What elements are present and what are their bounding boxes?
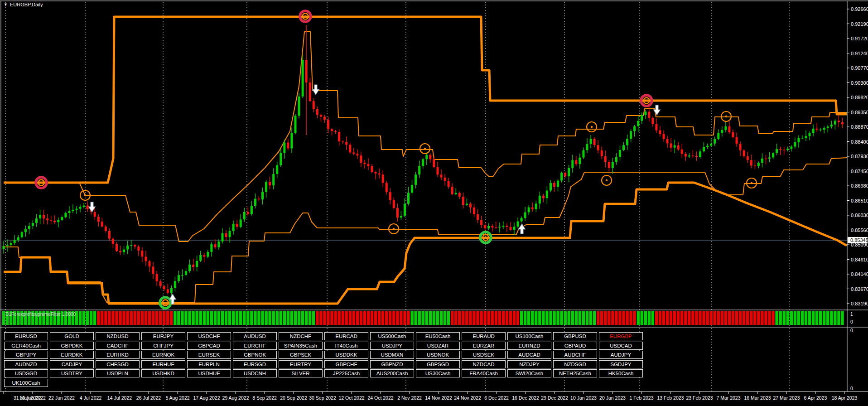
symbol-button-EU50Cash[interactable]: EU50Cash [416,332,460,340]
symbol-button-GBPSGD[interactable]: GBPSGD [416,360,460,368]
symbol-button-SPAIN35Cash[interactable]: SPAIN35Cash [279,342,323,350]
symbol-button-AUDNZD[interactable]: AUDNZD [4,360,48,368]
symbol-button-USDNOK[interactable]: USDNOK [416,351,460,359]
symbol-button-SGDJPY[interactable]: SGDJPY [599,360,643,368]
thin-upper-band [79,32,847,242]
symbol-button-US100Cash[interactable]: US100Cash [507,332,551,340]
symbol-button-AUDUSD[interactable]: AUDUSD [233,332,277,340]
symbol-button-AUDCAD[interactable]: AUDCAD [507,351,551,359]
symbol-button-USDDKK[interactable]: USDDKK [324,351,368,359]
price-axis-label: 0.86030 [851,213,868,218]
symbol-button-USDPLN[interactable]: USDPLN [96,369,140,377]
symbol-button-AUDJPY[interactable]: AUDJPY [599,351,643,359]
symbol-button-GOLD[interactable]: GOLD [50,332,94,340]
histogram-scale-bottom: 0 [850,319,853,324]
symbol-button-USDHKD[interactable]: USDHKD [141,369,185,377]
symbol-button-USDTRY[interactable]: USDTRY [50,369,94,377]
symbol-button-NZDSGD[interactable]: NZDSGD [553,360,597,368]
symbol-button-US500Cash[interactable]: US500Cash [370,332,414,340]
price-axis-label: 0.91240 [851,51,868,56]
symbol-button-USDHUF[interactable]: USDHUF [187,369,231,377]
symbol-button-JP225Cash[interactable]: JP225Cash [324,369,368,377]
price-axis-label: 0.89350 [851,110,868,115]
price-axis-label: 0.84140 [851,271,868,277]
time-axis-label: 13 Feb 2023 [657,395,684,401]
symbol-button-USDSGD[interactable]: USDSGD [4,369,48,377]
orange-circle-dot [606,179,608,181]
symbol-button-NZDJPY[interactable]: NZDJPY [507,360,551,368]
subwindow2-scale-top: 0 [850,328,853,333]
symbol-button-HK50Cash[interactable]: HK50Cash [599,369,643,377]
symbol-button-EURAUD[interactable]: EURAUD [462,332,506,340]
symbol-button-GBPUSD[interactable]: GBPUSD [553,332,597,340]
time-axis-label: 14 Jul 2022 [107,395,132,401]
symbol-button-USDCHF[interactable]: USDCHF [187,332,231,340]
symbol-button-EURDKK[interactable]: EURDKK [50,351,94,359]
price-axis-label: 0.85560 [851,227,868,233]
symbol-button-AUDCHF[interactable]: AUDCHF [553,351,597,359]
symbol-button-GBPCAD[interactable]: GBPCAD [187,342,231,350]
symbol-button-IT40Cash[interactable]: IT40Cash [324,342,368,350]
symbol-button-EURHKD[interactable]: EURHKD [96,351,140,359]
histogram-scale-top: 1 [850,311,853,317]
symbol-button-GBPJPY[interactable]: GBPJPY [4,351,48,359]
symbol-button-NETH25Cash[interactable]: NETH25Cash [553,369,597,377]
symbol-button-USDMXN[interactable]: USDMXN [370,351,414,359]
symbol-button-GBPSEK[interactable]: GBPSEK [279,351,323,359]
symbol-button-USDSEK[interactable]: USDSEK [462,351,506,359]
time-axis-label: 5 Aug 2022 [165,395,189,401]
chart-title-label: EURGBP,Daily [10,2,43,7]
time-axis-label: 24 Nov 2022 [454,395,481,401]
indicator-label: D1ForexprofitsupremeFilter 1.0000 [5,312,76,317]
symbol-button-NZDUSD[interactable]: NZDUSD [96,332,140,340]
symbol-button-NZDCAD[interactable]: NZDCAD [462,360,506,368]
mt4-chart-window: 0.926600.921900.917200.912400.907700.903… [0,0,868,406]
symbol-button-EURCHF[interactable]: EURCHF [233,342,277,350]
symbol-button-EURSEK[interactable]: EURSEK [187,351,231,359]
symbol-button-EURGBP[interactable]: EURGBP [599,332,643,340]
symbol-button-EURZAR[interactable]: EURZAR [462,342,506,350]
symbol-button-EURPLN[interactable]: EURPLN [187,360,231,368]
symbol-button-GBPAUD[interactable]: GBPAUD [553,342,597,350]
time-axis-label: 2 Nov 2022 [397,395,422,401]
time-axis-label: 29 Aug 2022 [222,395,249,401]
symbol-button-FRA40Cash[interactable]: FRA40Cash [462,369,506,377]
symbol-button-EURNZD[interactable]: EURNZD [507,342,551,350]
price-axis-label: 0.89820 [851,95,868,100]
time-axis-label: 10 Jun 2022 [19,395,46,401]
symbol-button-SILVER[interactable]: SILVER [279,369,323,377]
symbol-button-EURCAD[interactable]: EURCAD [324,332,368,340]
symbol-button-SWI20Cash[interactable]: SWI20Cash [507,369,551,377]
candles-group [3,25,844,296]
symbol-button-CHFJPY[interactable]: CHFJPY [141,342,185,350]
symbol-button-GBPNOK[interactable]: GBPNOK [233,351,277,359]
symbol-button-EURJPY[interactable]: EURJPY [141,332,185,340]
symbol-button-USDJPY[interactable]: USDJPY [370,342,414,350]
symbol-button-CADCHF[interactable]: CADCHF [96,342,140,350]
symbol-button-USDCAD[interactable]: USDCAD [599,342,643,350]
symbol-button-CADJPY[interactable]: CADJPY [50,360,94,368]
symbol-button-EURSGD[interactable]: EURSGD [233,360,277,368]
symbol-button-USDZAR[interactable]: USDZAR [416,342,460,350]
symbol-button-EURNOK[interactable]: EURNOK [141,351,185,359]
symbol-button-US30Cash[interactable]: US30Cash [416,369,460,377]
symbol-button-UK100Cash[interactable]: UK100Cash [4,379,48,387]
symbol-button-CHFSGD[interactable]: CHFSGD [96,360,140,368]
symbol-button-USDCNH[interactable]: USDCNH [233,369,277,377]
time-axis-label: 20 Sep 2022 [280,395,307,401]
time-axis-label: 4 Jul 2022 [80,395,102,401]
symbol-button-GBPNZD[interactable]: GBPNZD [370,360,414,368]
symbol-button-NZDCHF[interactable]: NZDCHF [279,332,323,340]
price-axis-label: 0.87930 [851,154,868,159]
symbol-button-GER40Cash[interactable]: GER40Cash [4,342,48,350]
symbol-button-EURUSD[interactable]: EURUSD [4,332,48,340]
symbol-button-AUS200Cash[interactable]: AUS200Cash [370,369,414,377]
symbol-button-EURTRY[interactable]: EURTRY [279,360,323,368]
bullseye-green-dot [164,302,166,304]
symbol-button-GBPCHF[interactable]: GBPCHF [324,360,368,368]
thick-lower-band [4,183,847,304]
orange-circle-dot [424,148,426,150]
symbol-button-EURHUF[interactable]: EURHUF [141,360,185,368]
symbol-button-GBPDKK[interactable]: GBPDKK [50,342,94,350]
time-axis-label: 26 Jul 2022 [136,395,161,401]
